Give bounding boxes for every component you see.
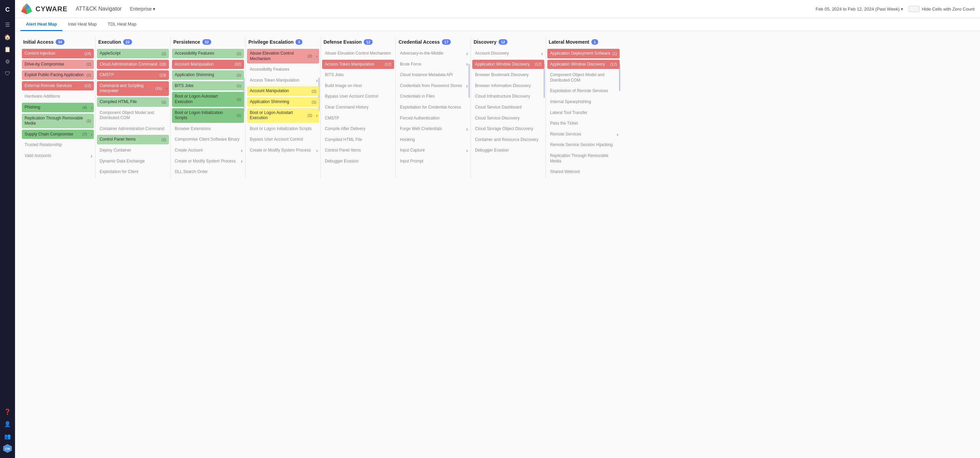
technique-create-modify-system-process-persist[interactable]: Create or Modify System Process — [172, 157, 244, 166]
technique-adversary-middle[interactable]: Adversary-in-the-Middle — [397, 49, 469, 58]
technique-exploitation-credential-access[interactable]: Exploitation for Credential Access — [397, 103, 469, 112]
technique-debugger-evasion-disc[interactable]: Debugger Evasion — [472, 146, 544, 155]
technique-account-manipulation-pe[interactable]: Account Manipulation (1) — [247, 86, 319, 96]
sidebar-home-icon[interactable]: 🏠 — [2, 32, 13, 42]
technique-clear-command-history[interactable]: Clear Command History — [322, 103, 394, 112]
date-range[interactable]: Feb 05, 2024 to Feb 12, 2024 (Past Week)… — [816, 6, 903, 12]
technique-compromise-client-sw[interactable]: Compromise Client Software Binary — [172, 135, 244, 145]
technique-forced-authentication[interactable]: Forced Authentication — [397, 114, 469, 123]
technique-cloud-infra-discovery[interactable]: Cloud Infrastructure Discovery — [472, 92, 544, 101]
technique-abuse-elevation-de[interactable]: Abuse Elevation Control Mechanism — [322, 49, 394, 58]
technique-boot-logon-init-pe[interactable]: Boot or Logon Initialization Scripts — [247, 124, 319, 134]
zero-count-checkbox[interactable] — [909, 6, 920, 12]
technique-control-panel-exec[interactable]: Control Panel Items (1) — [97, 135, 169, 145]
sidebar-user-icon[interactable]: 👤 — [2, 418, 13, 429]
technique-browser-bookmark-discovery[interactable]: Browser Bookmark Discovery — [472, 70, 544, 80]
technique-bits-jobs-de[interactable]: BITS Jobs — [322, 70, 394, 80]
technique-content-injection[interactable]: Content Injection (19) — [22, 49, 94, 58]
technique-lateral-tool-transfer[interactable]: Lateral Tool Transfer — [547, 108, 620, 118]
technique-com-distributed[interactable]: Component Object Model and Distributed C… — [97, 108, 169, 123]
technique-phishing[interactable]: Phishing (4) — [22, 103, 94, 112]
technique-boot-logon-init-persist[interactable]: Boot or Logon Initialization Scripts (1) — [172, 108, 244, 123]
technique-forge-web-credentials[interactable]: Forge Web Credentials — [397, 124, 469, 134]
technique-credentials-files[interactable]: Credentials in Files — [397, 92, 469, 101]
technique-cloud-metadata-api[interactable]: Cloud Instance Metadata API — [397, 70, 469, 80]
technique-input-capture[interactable]: Input Capture — [397, 146, 469, 155]
technique-input-prompt[interactable]: Input Prompt — [397, 157, 469, 166]
technique-credentials-password-stores[interactable]: Credentials from Password Stores — [397, 81, 469, 91]
technique-cloud-admin-command[interactable]: Cloud Administration Command (18) — [97, 60, 169, 69]
technique-remote-services[interactable]: Remote Services — [547, 130, 620, 139]
technique-applescript[interactable]: AppleScript (1) — [97, 49, 169, 58]
sidebar-list-icon[interactable]: 📋 — [2, 44, 13, 55]
technique-exploitation-remote-svc[interactable]: Exploitation of Remote Services — [547, 86, 620, 96]
technique-valid-accounts[interactable]: Valid Accounts — [22, 151, 94, 161]
technique-hardware-additions[interactable]: Hardware Additions — [22, 92, 94, 101]
technique-supply-chain-compromise[interactable]: Supply Chain Compromise (7) — [22, 130, 94, 139]
technique-cmstp-de[interactable]: CMSTP — [322, 114, 394, 123]
technique-app-deployment-sw[interactable]: Application Deployment Software (1) — [547, 49, 620, 58]
technique-create-modify-system-pe[interactable]: Create or Modify System Process — [247, 146, 319, 155]
technique-replication-removable-lm[interactable]: Replication Through Removable Media — [547, 151, 620, 166]
sidebar-users-icon[interactable]: 👥 — [2, 431, 13, 442]
technique-exploit-public-facing[interactable]: Exploit Public-Facing Application (2) — [22, 70, 94, 80]
technique-dynamic-data-exchange[interactable]: Dynamic Data Exchange — [97, 157, 169, 166]
hide-zero-toggle[interactable]: Hide Cells with Zero Count — [909, 6, 975, 12]
technique-app-shimming-persist[interactable]: Application Shimming (1) — [172, 70, 244, 80]
technique-account-discovery[interactable]: Account Discovery — [472, 49, 544, 58]
technique-boot-logon-autostart-persist[interactable]: Boot or Logon Autostart Execution (1) — [172, 92, 244, 107]
technique-debugger-evasion-de[interactable]: Debugger Evasion — [322, 157, 394, 166]
technique-control-panel-de[interactable]: Control Panel Items — [322, 146, 394, 155]
technique-replication-removable-media[interactable]: Replication Through Removable Media (1) — [22, 114, 94, 128]
technique-accessibility-features-pe[interactable]: Accessibility Features — [247, 65, 319, 75]
technique-deploy-container[interactable]: Deploy Container — [97, 146, 169, 155]
technique-bypass-uac-de[interactable]: Bypass User Account Control — [322, 92, 394, 101]
sidebar-help-icon[interactable]: ❓ — [2, 406, 13, 417]
technique-shared-webroot[interactable]: Shared Webroot — [547, 167, 620, 177]
technique-app-window-disc-lm[interactable]: Application Window Discovery (12) — [547, 60, 620, 69]
technique-create-account-persist[interactable]: Create Account — [172, 146, 244, 155]
technique-bits-jobs-persist[interactable]: BITS Jobs (1) — [172, 81, 244, 91]
technique-access-token-manipulation-pe[interactable]: Access Token Manipulation — [247, 76, 319, 85]
technique-cmstp-exec[interactable]: CMSTP (13) — [97, 70, 169, 80]
sidebar-shield-icon[interactable]: 🛡 — [2, 68, 13, 79]
technique-trusted-relationship[interactable]: Trusted Relationship — [22, 140, 94, 150]
technique-external-remote-services[interactable]: External Remote Services (12) — [22, 81, 94, 91]
technique-accessibility-features-persist[interactable]: Accessibility Features (1) — [172, 49, 244, 58]
technique-container-admin[interactable]: Container Administration Command — [97, 124, 169, 134]
technique-app-shimming-pe[interactable]: Application Shimming (1) — [247, 97, 319, 107]
technique-dll-search-order[interactable]: DLL Search Order — [172, 167, 244, 177]
technique-remote-service-session-hijack[interactable]: Remote Service Session Hijacking — [547, 140, 620, 150]
technique-build-image-host[interactable]: Build Image on Host — [322, 81, 394, 91]
technique-com-distributed-lm[interactable]: Component Object Model and Distributed C… — [547, 70, 620, 85]
technique-access-token-de[interactable]: Access Token Manipulation (12) — [322, 60, 394, 69]
technique-bypass-uac-pe[interactable]: Bypass User Account Control — [247, 135, 319, 145]
technique-cloud-storage-object[interactable]: Cloud Storage Object Discovery — [472, 124, 544, 134]
technique-container-resource-discovery[interactable]: Container and Resource Discovery — [472, 135, 544, 145]
technique-browser-extensions[interactable]: Browser Extensions — [172, 124, 244, 134]
sidebar-settings-icon[interactable]: ⚙ — [2, 56, 13, 67]
tab-tdl-heat-map[interactable]: TDL Heat Map — [102, 18, 142, 31]
tab-alert-heat-map[interactable]: Alert Heat Map — [21, 18, 62, 31]
technique-cloud-service-dashboard[interactable]: Cloud Service Dashboard — [472, 103, 544, 112]
technique-app-window-discovery[interactable]: Application Window Discovery (12) — [472, 60, 544, 69]
technique-compiled-html-de[interactable]: Compiled HTML File — [322, 135, 394, 145]
technique-brute-force[interactable]: Brute Force — [397, 60, 469, 69]
technique-pass-the-ticket[interactable]: Pass the Ticket — [547, 119, 620, 128]
technique-command-scripting[interactable]: Command and Scripting Interpreter (15) — [97, 81, 169, 96]
technique-internal-spearphishing[interactable]: Internal Spearphishing — [547, 97, 620, 107]
sidebar-cyware-icon[interactable]: CW — [2, 443, 13, 454]
tab-intel-heat-map[interactable]: Intel Heat Map — [62, 18, 102, 31]
technique-browser-info-discovery[interactable]: Browser Information Discovery — [472, 81, 544, 91]
topbar-enterprise[interactable]: Enterprise ▾ — [130, 6, 156, 12]
technique-compiled-html-exec[interactable]: Compiled HTML File (1) — [97, 97, 169, 107]
technique-hooking[interactable]: Hooking — [397, 135, 469, 145]
technique-compile-after-delivery[interactable]: Compile After Delivery — [322, 124, 394, 134]
technique-account-manipulation-persist[interactable]: Account Manipulation (32) — [172, 60, 244, 69]
sidebar-menu-icon[interactable]: ☰ — [2, 19, 13, 30]
technique-cloud-service-discovery[interactable]: Cloud Service Discovery — [472, 114, 544, 123]
technique-abuse-elevation-pe[interactable]: Abuse Elevation Control Mechanism (2) — [247, 49, 319, 64]
technique-exploitation-client[interactable]: Exploitation for Client — [97, 167, 169, 177]
technique-drive-by-compromise[interactable]: Drive-by Compromise (2) — [22, 60, 94, 69]
technique-boot-logon-autostart-pe[interactable]: Boot or Logon Autostart Execution (1) — [247, 108, 319, 123]
